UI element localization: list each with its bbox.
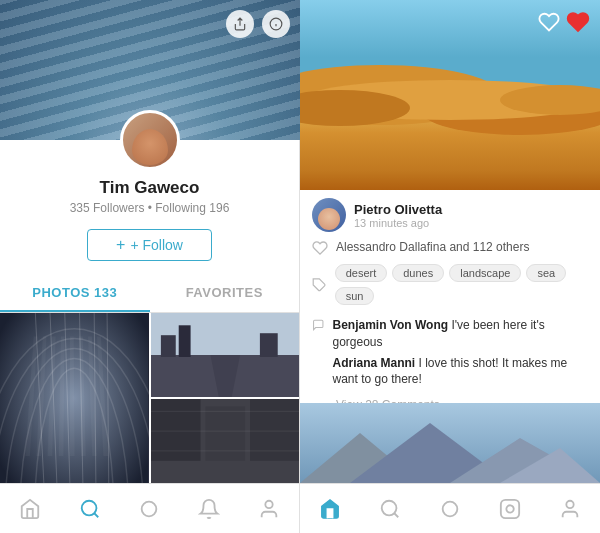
svg-rect-51 — [501, 499, 519, 517]
photo-cell-3[interactable] — [151, 399, 300, 483]
photo-grid — [0, 313, 299, 483]
right-panel: Pietro Olivetta 13 minutes ago Alessandr… — [300, 0, 600, 533]
search-icon[interactable] — [76, 495, 104, 523]
comment-icon — [312, 317, 324, 333]
follow-label: + Follow — [130, 237, 183, 253]
svg-line-49 — [394, 513, 398, 517]
svg-rect-22 — [151, 399, 201, 461]
svg-rect-20 — [259, 333, 277, 357]
tags-list: desert dunes landscape sea sun — [335, 264, 588, 305]
avatar — [120, 110, 180, 170]
svg-rect-3 — [0, 313, 149, 483]
info-icon[interactable] — [262, 10, 290, 38]
comment-1-author: Benjamin Von Wong — [332, 318, 448, 332]
svg-point-28 — [81, 500, 96, 515]
home-icon[interactable] — [16, 495, 44, 523]
tab-photos[interactable]: PHOTOS 133 — [0, 275, 150, 312]
right-camera-icon[interactable] — [436, 495, 464, 523]
tag-landscape[interactable]: landscape — [449, 264, 521, 282]
svg-rect-18 — [160, 335, 175, 357]
plus-icon: + — [116, 236, 125, 254]
tag-desert[interactable]: desert — [335, 264, 388, 282]
profile-name: Tim Gaweco — [16, 178, 283, 198]
svg-point-31 — [265, 500, 272, 507]
tag-sun[interactable]: sun — [335, 287, 375, 305]
home-filled-icon — [319, 498, 341, 520]
author-info: Pietro Olivetta 13 minutes ago — [354, 202, 588, 229]
svg-rect-19 — [178, 325, 190, 357]
right-search-icon[interactable] — [376, 495, 404, 523]
svg-point-30 — [142, 501, 157, 516]
share-icon[interactable] — [226, 10, 254, 38]
comment-section: Benjamin Von Wong I've been here it's go… — [300, 309, 600, 403]
action-row — [538, 10, 590, 34]
profile-stats: 335 Followers • Following 196 — [16, 201, 283, 215]
right-instagram-icon[interactable] — [496, 495, 524, 523]
post-time: 13 minutes ago — [354, 217, 588, 229]
likes-row: Alessandro Dallafina and 112 others — [300, 236, 600, 260]
bell-icon[interactable] — [195, 495, 223, 523]
like-outline-icon[interactable] — [538, 11, 560, 33]
photo-cell-1[interactable] — [0, 313, 149, 483]
desert-photo — [300, 0, 600, 190]
tag-icon — [312, 277, 327, 293]
left-bottom-nav — [0, 483, 299, 533]
svg-rect-24 — [250, 399, 300, 461]
tabs-row: PHOTOS 133 FAVORITES — [0, 275, 299, 313]
svg-rect-23 — [205, 406, 245, 460]
svg-line-29 — [94, 513, 98, 517]
comments-list: Benjamin Von Wong I've been here it's go… — [332, 317, 588, 392]
profile-icon[interactable] — [255, 495, 283, 523]
camera-icon[interactable] — [135, 495, 163, 523]
author-name: Pietro Olivetta — [354, 202, 588, 217]
profile-info: Tim Gaweco 335 Followers • Following 196 — [0, 170, 299, 219]
comment-2: Adriana Manni I love this shot! It makes… — [332, 355, 588, 389]
post-content: Pietro Olivetta 13 minutes ago Alessandr… — [300, 190, 600, 403]
post-author-row: Pietro Olivetta 13 minutes ago — [300, 190, 600, 236]
photo-cell-2[interactable] — [151, 313, 300, 397]
likes-text: Alessandro Dallafina and 112 others — [336, 240, 529, 254]
svg-point-48 — [382, 500, 397, 515]
heart-icon — [312, 240, 328, 256]
tab-favorites[interactable]: FAVORITES — [150, 275, 300, 312]
right-profile-icon[interactable] — [556, 495, 584, 523]
tag-sea[interactable]: sea — [526, 264, 566, 282]
author-avatar — [312, 198, 346, 232]
follow-button[interactable]: + + Follow — [87, 229, 212, 261]
svg-point-53 — [566, 500, 573, 507]
svg-point-50 — [443, 501, 458, 516]
comment-row-icon-wrap: Benjamin Von Wong I've been here it's go… — [312, 313, 588, 396]
second-photo — [300, 403, 600, 483]
comment-1: Benjamin Von Wong I've been here it's go… — [332, 317, 588, 351]
right-bottom-nav — [300, 483, 600, 533]
comment-2-author: Adriana Manni — [332, 356, 415, 370]
tags-container-row: desert dunes landscape sea sun — [300, 260, 600, 309]
right-home-icon[interactable] — [316, 495, 344, 523]
tag-dunes[interactable]: dunes — [392, 264, 444, 282]
view-comments[interactable]: View 28 Comments — [312, 396, 588, 403]
heart-filled-icon[interactable] — [566, 10, 590, 34]
avatar-wrap — [0, 110, 299, 170]
left-panel: Tim Gaweco 335 Followers • Following 196… — [0, 0, 300, 533]
